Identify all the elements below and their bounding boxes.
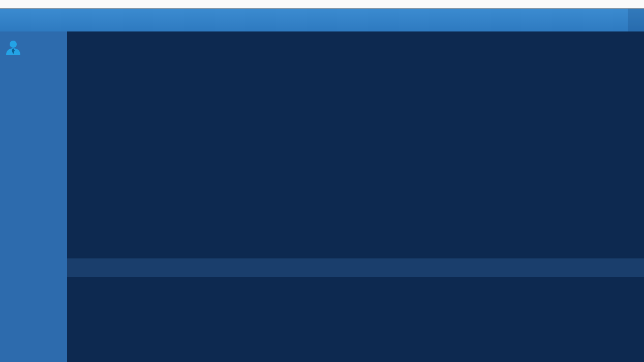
footer-band [67,258,644,277]
header [0,9,644,31]
pump-station-scene [67,77,644,258]
user-icon [4,39,22,59]
main-area [67,31,644,362]
toolbar [75,37,644,57]
datetime-display [628,9,644,31]
sidebar-header [0,39,67,66]
menu-bar [0,0,644,9]
sidebar [0,31,67,362]
